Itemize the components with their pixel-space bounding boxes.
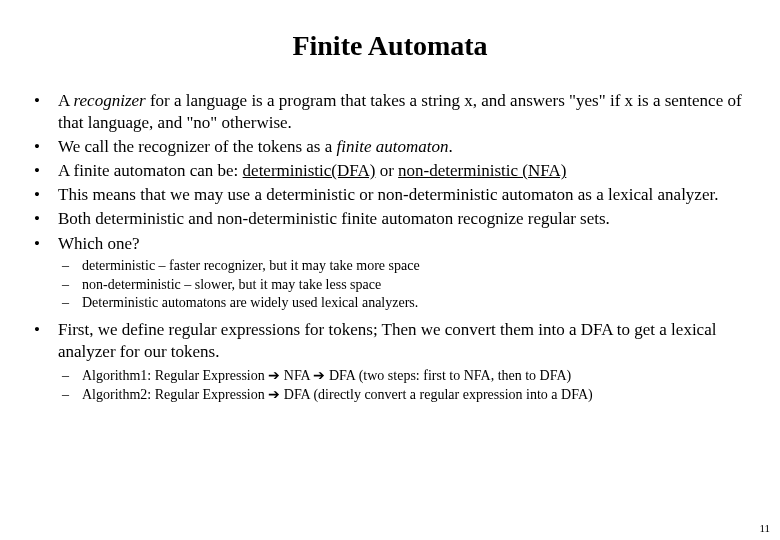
page-title: Finite Automata <box>20 30 760 62</box>
main-bullet-list-2: First, we define regular expressions for… <box>20 319 760 363</box>
arrow-icon: ➔ <box>313 367 325 383</box>
text-fragment: A finite automaton can be: <box>58 161 243 180</box>
main-bullet-list: A recognizer for a language is a program… <box>20 90 760 255</box>
emphasis-finite-automaton: finite automaton <box>337 137 449 156</box>
underline-nfa: non-deterministic (NFA) <box>398 161 566 180</box>
underline-dfa: deterministic(DFA) <box>243 161 376 180</box>
arrow-icon: ➔ <box>268 386 280 402</box>
page-number: 11 <box>759 522 770 534</box>
emphasis-recognizer: recognizer <box>74 91 146 110</box>
text-fragment: NFA <box>280 368 313 383</box>
bullet-recognizer: A recognizer for a language is a program… <box>34 90 760 134</box>
bullet-dfa-nfa: A finite automaton can be: deterministic… <box>34 160 760 182</box>
sub-item-nondeterministic: non-deterministic – slower, but it may t… <box>62 276 760 295</box>
arrow-icon: ➔ <box>268 367 280 383</box>
text-fragment: Algorithm1: Regular Expression <box>82 368 268 383</box>
sub-list-algorithms: Algorithm1: Regular Expression ➔ NFA ➔ D… <box>20 366 760 406</box>
sub-item-widely-used: Deterministic automatons are widely used… <box>62 294 760 313</box>
bullet-finite-automaton: We call the recognizer of the tokens as … <box>34 136 760 158</box>
bullet-conversion: First, we define regular expressions for… <box>34 319 760 363</box>
text-fragment: DFA (two steps: first to NFA, then to DF… <box>325 368 571 383</box>
sub-item-algorithm2: Algorithm2: Regular Expression ➔ DFA (di… <box>62 385 760 405</box>
bullet-regular-sets: Both deterministic and non-deterministic… <box>34 208 760 230</box>
bullet-which-one: Which one? <box>34 233 760 255</box>
text-fragment: Algorithm2: Regular Expression <box>82 387 268 402</box>
sub-item-deterministic: deterministic – faster recognizer, but i… <box>62 257 760 276</box>
bullet-lexical-analyzer: This means that we may use a determinist… <box>34 184 760 206</box>
text-fragment: We call the recognizer of the tokens as … <box>58 137 337 156</box>
sub-item-algorithm1: Algorithm1: Regular Expression ➔ NFA ➔ D… <box>62 366 760 386</box>
text-fragment: or <box>375 161 398 180</box>
sub-list-comparison: deterministic – faster recognizer, but i… <box>20 257 760 314</box>
text-fragment: for a language is a program that takes a… <box>58 91 742 132</box>
text-fragment: . <box>448 137 452 156</box>
text-fragment: DFA (directly convert a regular expressi… <box>280 387 592 402</box>
text-fragment: A <box>58 91 74 110</box>
